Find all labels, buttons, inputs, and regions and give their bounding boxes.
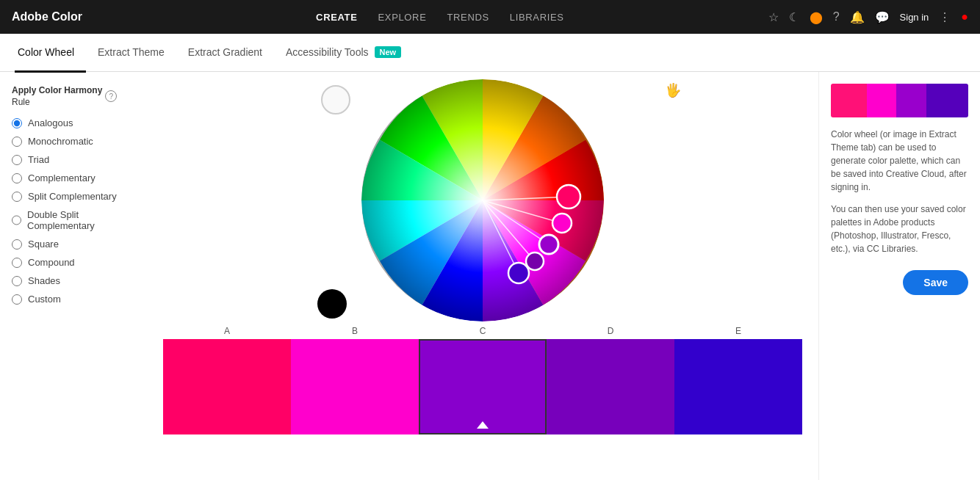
swatch-label-d: D: [608, 326, 614, 336]
swatch-label-e: E: [735, 326, 741, 336]
preview-color-4: [926, 84, 968, 117]
preview-color-2: [867, 84, 897, 117]
color-wheel-icon[interactable]: ⬤: [810, 10, 823, 24]
harmony-sidebar: Apply Color Harmony Rule ? Analogous Mon…: [0, 72, 147, 480]
right-panel: Color wheel (or image in Extract Theme t…: [818, 72, 980, 480]
help-tooltip-icon[interactable]: ?: [105, 90, 117, 102]
tab-extract-gradient[interactable]: Extract Gradient: [176, 34, 274, 73]
empty-color-circle: [321, 85, 350, 114]
harmony-monochromatic[interactable]: Monochromatic: [12, 136, 135, 147]
brand-logo: Adobe Color: [12, 10, 82, 23]
swatch-label-b: B: [352, 326, 358, 336]
svg-point-11: [526, 252, 544, 270]
swatch-box-d[interactable]: [547, 339, 674, 434]
color-preview-strip: [831, 84, 968, 117]
radio-monochromatic[interactable]: [12, 137, 22, 147]
swatch-box-a[interactable]: [163, 339, 291, 434]
bell-icon[interactable]: 🔔: [850, 10, 865, 24]
tab-accessibility-tools[interactable]: Accessibility Tools New: [274, 34, 413, 73]
harmony-shades[interactable]: Shades: [12, 275, 135, 286]
swatch-box-e[interactable]: [674, 339, 802, 434]
preview-color-1: [831, 84, 867, 117]
radio-shades[interactable]: [12, 276, 22, 286]
nav-trends[interactable]: TRENDS: [447, 12, 489, 23]
swatch-col-e: E: [674, 326, 802, 434]
swatch-box-c[interactable]: [419, 339, 547, 434]
radio-custom[interactable]: [12, 294, 22, 305]
swatch-box-b[interactable]: [291, 339, 419, 434]
harmony-split-complementary[interactable]: Split Complementary: [12, 191, 135, 202]
preview-color-3: [896, 84, 926, 117]
sidebar-title-line1: Apply Color Harmony: [12, 85, 102, 95]
nav-links: CREATE EXPLORE TRENDS LIBRARIES: [112, 12, 768, 23]
svg-point-8: [557, 185, 580, 208]
creative-cloud-icon[interactable]: ●: [961, 10, 968, 23]
color-swatches-row: A B C D: [163, 326, 802, 434]
harmony-square[interactable]: Square: [12, 239, 135, 250]
save-button[interactable]: Save: [903, 270, 968, 295]
moon-icon[interactable]: ☾: [789, 10, 799, 24]
radio-complementary[interactable]: [12, 173, 22, 183]
radio-double-split-complementary[interactable]: [12, 215, 21, 225]
radio-square[interactable]: [12, 239, 22, 250]
star-icon[interactable]: ☆: [768, 10, 779, 24]
chat-icon[interactable]: 💬: [875, 10, 890, 24]
radio-triad[interactable]: [12, 155, 22, 165]
tab-color-wheel[interactable]: Color Wheel: [15, 34, 86, 73]
main-layout: Apply Color Harmony Rule ? Analogous Mon…: [0, 72, 980, 480]
panel-description-2: You can then use your saved color palett…: [831, 203, 968, 255]
signin-link[interactable]: Sign in: [900, 12, 929, 23]
color-wheel[interactable]: [361, 79, 604, 321]
tab-extract-theme[interactable]: Extract Theme: [86, 34, 176, 73]
nav-explore[interactable]: EXPLORE: [378, 12, 426, 23]
harmony-analogous[interactable]: Analogous: [12, 117, 135, 128]
radio-compound[interactable]: [12, 258, 22, 268]
eyedropper-icon[interactable]: 🖐: [665, 82, 681, 98]
harmony-custom[interactable]: Custom: [12, 294, 135, 305]
help-icon[interactable]: ?: [833, 10, 840, 23]
grid-icon[interactable]: ⋮: [939, 10, 951, 24]
sidebar-title-line2: Rule: [12, 97, 102, 107]
harmony-complementary[interactable]: Complementary: [12, 172, 135, 183]
swatch-col-b: B: [291, 326, 419, 434]
new-badge: New: [375, 46, 402, 58]
harmony-rules-list: Analogous Monochromatic Triad Complement…: [12, 117, 135, 305]
radio-split-complementary[interactable]: [12, 192, 22, 202]
svg-point-10: [539, 235, 558, 254]
topnav-right: ☆ ☾ ⬤ ? 🔔 💬 Sign in ⋮ ●: [768, 10, 968, 24]
center-area: 🖐: [147, 72, 818, 480]
color-wheel-svg: [361, 79, 604, 321]
sub-navigation: Color Wheel Extract Theme Extract Gradie…: [0, 34, 980, 72]
svg-point-9: [552, 214, 572, 233]
swatch-label-a: A: [224, 326, 230, 336]
harmony-double-split-complementary[interactable]: Double Split Complementary: [12, 209, 135, 231]
radio-analogous[interactable]: [12, 118, 22, 128]
swatch-active-marker: [477, 421, 489, 429]
nav-libraries[interactable]: LIBRARIES: [510, 12, 564, 23]
swatch-col-c: C: [419, 326, 547, 434]
panel-description-1: Color wheel (or image in Extract Theme t…: [831, 128, 968, 194]
swatch-col-a: A: [163, 326, 291, 434]
swatch-col-d: D: [547, 326, 674, 434]
black-color-circle: [317, 289, 347, 319]
svg-point-12: [508, 263, 529, 283]
sidebar-header: Apply Color Harmony Rule ?: [12, 85, 135, 107]
nav-create[interactable]: CREATE: [316, 12, 357, 23]
swatch-label-c: C: [480, 326, 486, 336]
harmony-compound[interactable]: Compound: [12, 257, 135, 268]
harmony-triad[interactable]: Triad: [12, 154, 135, 165]
top-navigation: Adobe Color CREATE EXPLORE TRENDS LIBRAR…: [0, 0, 980, 34]
